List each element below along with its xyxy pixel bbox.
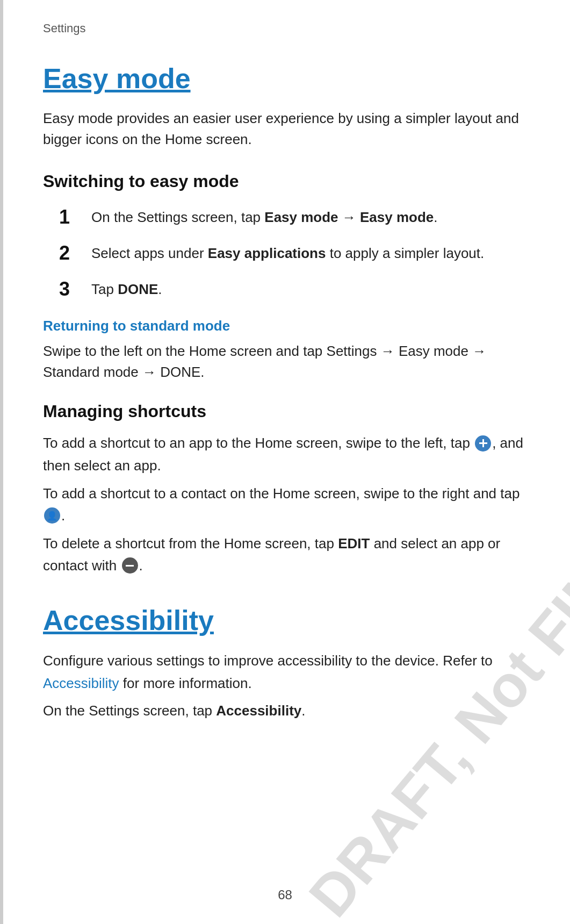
steps-list: 1 On the Settings screen, tap Easy mode … — [59, 205, 527, 302]
step-3-number: 3 — [59, 277, 91, 302]
easy-mode-title: Easy mode — [43, 62, 527, 95]
accessibility-section: Accessibility Configure various settings… — [43, 604, 527, 722]
returning-title: Returning to standard mode — [43, 318, 527, 334]
page-container: Settings Easy mode Easy mode provides an… — [0, 0, 570, 924]
returning-bold: Settings → Easy mode → Standard mode → D… — [43, 343, 486, 380]
step-2-text: Select apps under Easy applications to a… — [91, 241, 484, 264]
step-1-number: 1 — [59, 205, 91, 230]
switching-title: Switching to easy mode — [43, 171, 527, 191]
breadcrumb: Settings — [43, 22, 527, 35]
step-3-bold: DONE — [118, 281, 158, 297]
managing-item-1: To add a shortcut to an app to the Home … — [43, 432, 527, 477]
step-2: 2 Select apps under Easy applications to… — [59, 241, 527, 266]
remove-icon — [122, 557, 138, 574]
step-3-text: Tap DONE. — [91, 277, 162, 300]
accessibility-bold: Accessibility — [216, 703, 301, 719]
step-2-number: 2 — [59, 241, 91, 266]
managing-item-2: To add a shortcut to a contact on the Ho… — [43, 483, 527, 527]
left-border — [0, 0, 3, 924]
easy-mode-section: Easy mode Easy mode provides an easier u… — [43, 62, 527, 577]
returning-text: Swipe to the left on the Home screen and… — [43, 341, 527, 383]
step-1: 1 On the Settings screen, tap Easy mode … — [59, 205, 527, 230]
edit-bold: EDIT — [338, 535, 370, 551]
add-icon — [475, 435, 491, 452]
accessibility-text-1: Configure various settings to improve ac… — [43, 650, 527, 694]
page-number: 68 — [278, 887, 292, 902]
accessibility-text-2: On the Settings screen, tap Accessibilit… — [43, 700, 527, 722]
managing-title: Managing shortcuts — [43, 402, 527, 421]
accessibility-link[interactable]: Accessibility — [43, 675, 119, 691]
step-2-bold: Easy applications — [208, 245, 326, 261]
step-1-text: On the Settings screen, tap Easy mode → … — [91, 205, 438, 228]
accessibility-title: Accessibility — [43, 604, 527, 636]
step-3: 3 Tap DONE. — [59, 277, 527, 302]
managing-item-3: To delete a shortcut from the Home scree… — [43, 533, 527, 577]
step-1-bold: Easy mode → Easy mode — [264, 209, 434, 225]
easy-mode-intro: Easy mode provides an easier user experi… — [43, 108, 527, 150]
contact-icon: 👤 — [44, 507, 60, 524]
